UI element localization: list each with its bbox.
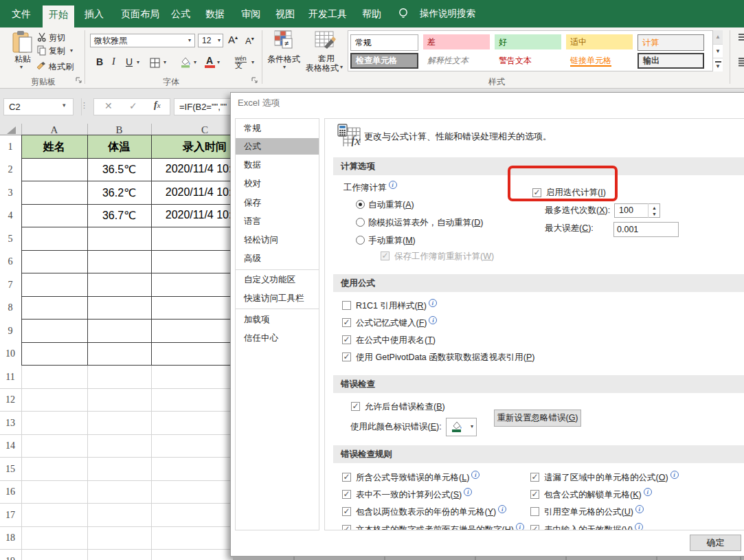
- svg-text:≠: ≠: [284, 39, 289, 47]
- svg-text:fx: fx: [351, 133, 361, 146]
